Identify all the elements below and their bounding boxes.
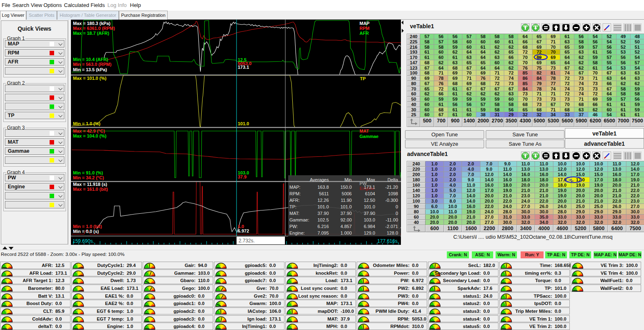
svg-text:101.0: 101.0 <box>238 121 249 126</box>
svg-text:AFR: AFR <box>360 31 369 36</box>
svg-text:150.0: 150.0 <box>340 185 352 190</box>
svg-text:Min = 34.2 (°C): Min = 34.2 (°C) <box>73 175 104 180</box>
svg-text:6104: 6104 <box>365 191 375 196</box>
svg-text:0: 0 <box>396 211 398 216</box>
svg-text:Max = 101.0 (%): Max = 101.0 (%) <box>73 76 107 81</box>
svg-text:37.90: 37.90 <box>340 211 352 216</box>
svg-text:Max = 6361.0 (RPM): Max = 6361.0 (RPM) <box>73 26 115 31</box>
svg-text:Max = 104.0 (%): Max = 104.0 (%) <box>73 133 107 138</box>
svg-text:-11.00: -11.00 <box>386 217 398 222</box>
svg-text:TP:: TP: <box>289 204 296 209</box>
svg-text:Max = 11.918 (s): Max = 11.918 (s) <box>73 182 107 187</box>
svg-text:4.857: 4.857 <box>340 224 352 229</box>
svg-text:5611: 5611 <box>319 191 329 196</box>
svg-text:RPM: RPM <box>360 26 369 31</box>
svg-text:-21.20: -21.20 <box>385 185 398 190</box>
svg-text:159.690s.: 159.690s. <box>73 238 94 244</box>
svg-text:AFR:: AFR: <box>289 198 300 203</box>
svg-text:37.90: 37.90 <box>364 211 375 216</box>
svg-text:0: 0 <box>396 204 398 209</box>
svg-text:Min = 1.0 (%): Min = 1.0 (%) <box>73 121 100 126</box>
svg-text:-2.071: -2.071 <box>385 224 398 229</box>
svg-text:MAP: MAP <box>360 21 369 26</box>
svg-text:177.616s.: 177.616s. <box>377 238 399 244</box>
svg-text:PW:: PW: <box>289 224 298 229</box>
svg-text:RPM:: RPM: <box>289 191 301 196</box>
svg-text:TP: TP <box>360 76 366 81</box>
svg-text:12.50: 12.50 <box>364 198 375 203</box>
svg-text:Max = 180.3 (kPa): Max = 180.3 (kPa) <box>73 21 111 26</box>
svg-text:6.216: 6.216 <box>317 224 329 229</box>
svg-text:173.1: 173.1 <box>238 65 249 70</box>
svg-text:Min = 1.0 (bit): Min = 1.0 (bit) <box>73 224 102 229</box>
svg-text:129.0: 129.0 <box>364 231 375 235</box>
svg-text:173.1: 173.1 <box>364 185 375 190</box>
svg-text:37.90: 37.90 <box>317 211 329 216</box>
svg-text:-0.300: -0.300 <box>385 198 398 203</box>
svg-text:7.095: 7.095 <box>317 231 329 235</box>
svg-text:92.00: 92.00 <box>340 217 352 222</box>
svg-text:MAT: MAT <box>360 129 369 133</box>
svg-text:Min = 10.4 (AFR): Min = 10.4 (AFR) <box>73 57 108 62</box>
svg-text:MAP:: MAP: <box>289 185 300 190</box>
svg-text:6.972: 6.972 <box>238 228 249 233</box>
svg-text:Min = 0.0 (s): Min = 0.0 (s) <box>73 229 99 234</box>
svg-text:12.26: 12.26 <box>317 198 329 203</box>
svg-text:103.0: 103.0 <box>364 217 375 222</box>
svg-text:Gammae: Gammae <box>360 134 378 139</box>
svg-text:128.0: 128.0 <box>387 231 398 235</box>
svg-text:Gammae:: Gammae: <box>289 217 309 222</box>
svg-text:101.0: 101.0 <box>340 204 352 209</box>
svg-text:MAT:: MAT: <box>289 211 299 216</box>
svg-text:Max = 18.7 (AFR): Max = 18.7 (AFR) <box>73 31 109 36</box>
svg-text:101.0: 101.0 <box>317 204 329 209</box>
svg-text:5006: 5006 <box>342 191 352 196</box>
svg-text:Averages: Averages <box>310 177 329 182</box>
svg-text:Engine:: Engine: <box>289 231 305 235</box>
svg-text:6.984: 6.984 <box>364 224 375 229</box>
svg-text:1098: 1098 <box>388 191 398 196</box>
svg-text:11.90: 11.90 <box>341 198 352 203</box>
svg-text:163.8: 163.8 <box>317 185 329 190</box>
svg-text:Min: Min <box>344 177 352 182</box>
svg-text:102.5: 102.5 <box>317 217 329 222</box>
svg-text:Min = 91.0 (%): Min = 91.0 (%) <box>73 170 103 175</box>
svg-text:Max: Max <box>366 177 375 182</box>
svg-text:Delta: Delta <box>387 177 398 182</box>
svg-text:Max = 42.9 (°C): Max = 42.9 (°C) <box>73 129 105 133</box>
svg-text:Min = 563.0 (RPM): Min = 563.0 (RPM) <box>73 62 112 67</box>
svg-text:Min = 13.5 (kPa): Min = 13.5 (kPa) <box>73 67 107 72</box>
svg-text:37.9: 37.9 <box>238 174 246 179</box>
svg-text:101.0: 101.0 <box>364 204 375 209</box>
svg-text:Max = 161.0 (bit): Max = 161.0 (bit) <box>73 187 108 192</box>
svg-text:2.732s.: 2.732s. <box>239 238 255 244</box>
svg-text:1.000: 1.000 <box>340 231 352 235</box>
